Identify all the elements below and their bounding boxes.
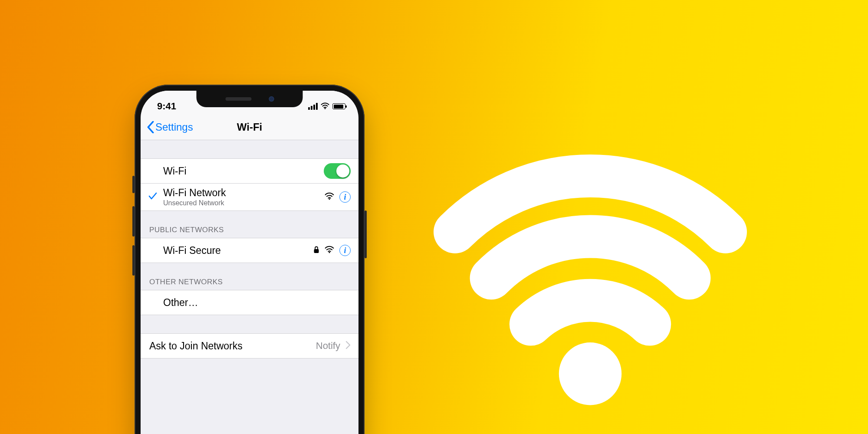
lock-icon xyxy=(313,246,319,255)
page-title: Wi-Fi xyxy=(141,121,358,133)
notch xyxy=(197,91,303,107)
chevron-right-icon xyxy=(345,341,351,351)
current-network-row[interactable]: Wi-Fi Network Unsecured Network i xyxy=(141,184,358,211)
wifi-signal-icon xyxy=(325,192,334,202)
svg-point-2 xyxy=(329,198,330,200)
wifi-signal-icon xyxy=(325,246,334,255)
info-button[interactable]: i xyxy=(339,245,351,256)
svg-point-1 xyxy=(325,108,326,109)
wifi-hero-icon xyxy=(425,87,755,417)
wifi-status-icon xyxy=(321,101,329,112)
wifi-toggle-row[interactable]: Wi-Fi xyxy=(141,158,358,184)
info-button[interactable]: i xyxy=(339,191,351,203)
battery-icon xyxy=(332,103,345,109)
screen: 9:41 Settings Wi-Fi xyxy=(141,91,358,434)
current-network-subtitle: Unsecured Network xyxy=(163,199,226,207)
other-network-row[interactable]: Other… xyxy=(141,290,358,315)
wifi-toggle-switch[interactable] xyxy=(324,163,351,179)
svg-point-0 xyxy=(559,342,621,405)
section-header-public: PUBLIC NETWORKS xyxy=(141,211,358,238)
nav-bar: Settings Wi-Fi xyxy=(141,114,358,140)
public-network-name: Wi-Fi Secure xyxy=(163,245,221,256)
section-header-other: OTHER NETWORKS xyxy=(141,263,358,290)
ask-to-join-value: Notify xyxy=(316,340,340,352)
ask-to-join-row[interactable]: Ask to Join Networks Notify xyxy=(141,333,358,358)
public-network-row[interactable]: Wi-Fi Secure i xyxy=(141,238,358,263)
other-network-label: Other… xyxy=(163,297,198,309)
svg-point-4 xyxy=(329,252,330,253)
svg-rect-3 xyxy=(314,249,319,253)
cellular-signal-icon xyxy=(308,103,318,110)
ask-to-join-label: Ask to Join Networks xyxy=(149,340,243,352)
current-network-name: Wi-Fi Network xyxy=(163,187,226,199)
wifi-toggle-label: Wi-Fi xyxy=(163,165,187,177)
status-time: 9:41 xyxy=(157,101,176,112)
checkmark-icon xyxy=(148,192,157,202)
iphone-frame: 9:41 Settings Wi-Fi xyxy=(135,85,365,434)
